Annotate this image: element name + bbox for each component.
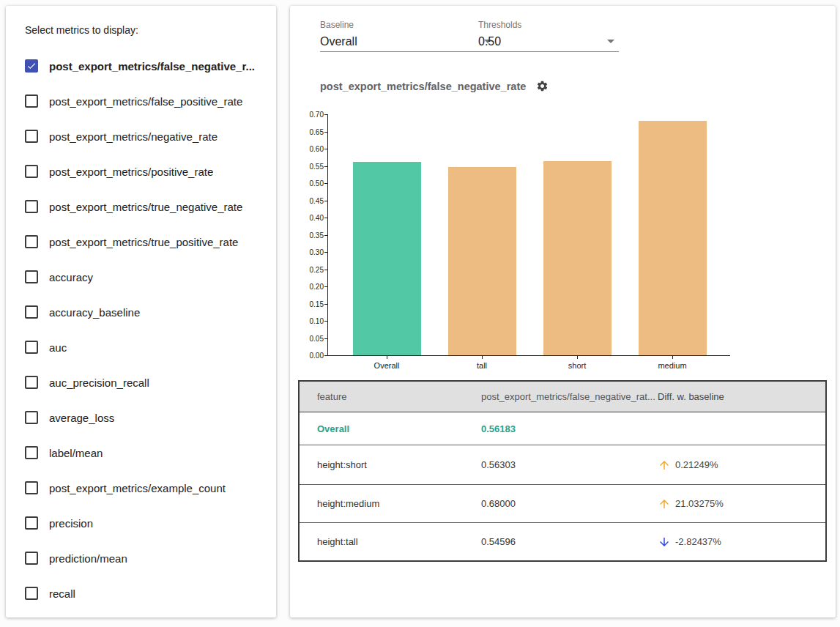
diff-value: 0.21249%: [675, 459, 718, 470]
metric-list: post_export_metrics/false_negative_r... …: [6, 48, 276, 611]
y-axis-tick-label: 0.00: [294, 352, 324, 360]
table-row-height-short[interactable]: height:short 0.56303 0.21249%: [300, 445, 825, 484]
y-axis-tick-label: 0.10: [294, 317, 324, 325]
y-axis-tick-mark: [324, 114, 328, 115]
bar-tall[interactable]: [448, 167, 516, 355]
bar-chart-plot: 0.000.050.100.150.200.250.300.350.400.45…: [327, 114, 730, 356]
metric-label: precision: [49, 517, 93, 530]
x-axis-tick-mark: [672, 355, 673, 359]
checkbox-icon[interactable]: [25, 446, 38, 459]
y-axis-tick-label: 0.25: [294, 266, 324, 274]
metric-label: label/mean: [49, 447, 103, 459]
metric-row-true-positive-rate[interactable]: post_export_metrics/true_positive_rate: [6, 224, 276, 259]
table-row-height-tall[interactable]: height:tall 0.54596 -2.82437%: [300, 522, 825, 560]
checkbox-icon[interactable]: [25, 376, 38, 389]
metric-row-accuracy[interactable]: accuracy: [6, 259, 276, 294]
value-cell: 0.54596: [481, 536, 653, 547]
checkbox-icon[interactable]: [25, 200, 38, 213]
metric-label: post_export_metrics/true_negative_rate: [49, 201, 242, 213]
metric-label: post_export_metrics/positive_rate: [49, 166, 213, 178]
checkbox-icon[interactable]: [25, 411, 38, 424]
metric-label: post_export_metrics/false_negative_r...: [49, 60, 255, 73]
metric-row-prediction-mean[interactable]: prediction/mean: [6, 541, 276, 576]
table-row-height-medium[interactable]: height:medium 0.68000 21.03275%: [300, 484, 825, 522]
table-header-row: feature post_export_metrics/false_negati…: [300, 382, 825, 412]
x-axis-tick-label: short: [533, 361, 621, 370]
metric-row-recall[interactable]: recall: [6, 576, 276, 611]
checkbox-icon[interactable]: [25, 552, 38, 565]
metric-row-label-mean[interactable]: label/mean: [6, 435, 276, 470]
metric-row-precision[interactable]: precision: [6, 505, 276, 541]
x-axis-tick-mark: [482, 355, 483, 359]
y-axis-tick-label: 0.40: [294, 214, 324, 222]
metric-label: auc_precision_recall: [49, 376, 149, 389]
metric-row-positive-rate[interactable]: post_export_metrics/positive_rate: [6, 154, 276, 189]
y-axis-tick-mark: [324, 132, 328, 133]
metric-label: accuracy: [49, 271, 93, 283]
bar-medium[interactable]: [639, 121, 707, 355]
bar-overall[interactable]: [353, 162, 421, 355]
y-axis-tick-mark: [324, 270, 328, 270]
checkbox-icon[interactable]: [25, 235, 38, 248]
metric-label: post_export_metrics/example_count: [49, 482, 226, 494]
metric-row-example-count[interactable]: post_export_metrics/example_count: [6, 470, 276, 505]
checkbox-icon[interactable]: [25, 130, 38, 143]
metric-row-auc-precision-recall[interactable]: auc_precision_recall: [6, 365, 276, 400]
y-axis-tick-label: 0.60: [294, 145, 324, 153]
y-axis-tick-label: 0.45: [294, 197, 324, 205]
y-axis-tick-mark: [324, 304, 328, 305]
table-row-overall[interactable]: Overall 0.56183: [300, 412, 825, 445]
y-axis-tick-mark: [324, 201, 328, 201]
metric-row-false-positive-rate[interactable]: post_export_metrics/false_positive_rate: [6, 84, 276, 119]
checkbox-icon[interactable]: [25, 341, 38, 354]
checkbox-icon[interactable]: [25, 481, 38, 494]
arrow-down-icon: [658, 535, 671, 549]
thresholds-dropdown-label: Thresholds: [478, 20, 619, 30]
y-axis-tick-label: 0.70: [294, 111, 324, 119]
checkbox-icon[interactable]: [25, 94, 38, 108]
metric-label: average_loss: [49, 412, 114, 424]
y-axis-tick-mark: [324, 183, 328, 184]
y-axis-tick-label: 0.50: [294, 179, 324, 188]
checkbox-icon[interactable]: [25, 305, 38, 319]
y-axis-tick-mark: [324, 286, 328, 287]
feature-cell: height:tall: [300, 536, 481, 547]
value-cell: 0.56183: [481, 423, 653, 434]
thresholds-dropdown-value: 0.50: [478, 35, 501, 48]
chevron-down-icon: [607, 40, 614, 43]
y-axis-tick-label: 0.20: [294, 283, 324, 291]
bar-short[interactable]: [543, 161, 612, 355]
metric-row-negative-rate[interactable]: post_export_metrics/negative_rate: [6, 119, 276, 154]
x-axis-tick-mark: [577, 355, 578, 359]
y-axis-tick-label: 0.05: [294, 335, 324, 343]
y-axis-tick-label: 0.65: [294, 128, 324, 136]
metric-label: post_export_metrics/true_positive_rate: [49, 236, 238, 248]
baseline-dropdown-label: Baseline: [320, 20, 496, 30]
baseline-dropdown[interactable]: Baseline Overall: [320, 20, 496, 52]
x-axis-tick-label: Overall: [343, 361, 431, 370]
diff-value: -2.82437%: [675, 536, 721, 547]
metric-display-panel: Baseline Overall Thresholds 0.50 post_ex…: [290, 6, 836, 617]
checkbox-icon[interactable]: [25, 270, 38, 283]
metric-row-true-negative-rate[interactable]: post_export_metrics/true_negative_rate: [6, 189, 276, 224]
feature-cell: height:medium: [300, 498, 481, 509]
checkbox-icon[interactable]: [25, 516, 38, 530]
thresholds-dropdown[interactable]: Thresholds 0.50: [478, 20, 619, 52]
y-axis-tick-mark: [324, 166, 328, 167]
table-header-feature: feature: [300, 391, 481, 402]
metric-row-accuracy-baseline[interactable]: accuracy_baseline: [6, 294, 276, 330]
y-axis-tick-label: 0.55: [294, 163, 324, 171]
settings-gear-icon[interactable]: [536, 80, 549, 92]
checkbox-checked-icon[interactable]: [25, 59, 38, 73]
x-axis-tick-label: tall: [438, 361, 526, 370]
y-axis-tick-label: 0.35: [294, 231, 324, 240]
value-cell: 0.68000: [481, 498, 653, 509]
metric-row-auc[interactable]: auc: [6, 330, 276, 365]
metric-row-false-negative-rate[interactable]: post_export_metrics/false_negative_r...: [6, 48, 276, 84]
metric-selector-panel: Select metrics to display: post_export_m…: [6, 6, 276, 617]
y-axis-tick-mark: [324, 149, 328, 149]
checkbox-icon[interactable]: [25, 587, 38, 600]
metric-row-average-loss[interactable]: average_loss: [6, 400, 276, 435]
checkbox-icon[interactable]: [25, 165, 38, 178]
y-axis-tick-mark: [324, 321, 328, 322]
